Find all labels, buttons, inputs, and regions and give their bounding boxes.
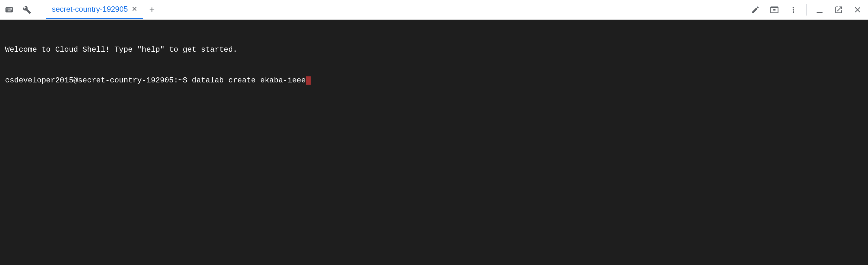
terminal-welcome-line: Welcome to Cloud Shell! Type "help" to g…: [5, 45, 863, 55]
tab-active[interactable]: secret-country-192905 ✕: [46, 0, 143, 19]
toolbar-left-group: secret-country-192905 ✕ +: [3, 0, 161, 19]
close-icon[interactable]: [851, 4, 864, 16]
cloud-shell-toolbar: secret-country-192905 ✕ +: [0, 0, 868, 20]
new-tab-button[interactable]: +: [143, 0, 161, 19]
toolbar-right-group: [749, 0, 864, 19]
web-preview-icon[interactable]: [768, 4, 780, 16]
toolbar-divider: [806, 4, 807, 16]
tab-label: secret-country-192905: [52, 5, 128, 14]
open-in-new-window-icon[interactable]: [833, 4, 845, 16]
keyboard-icon[interactable]: [3, 4, 15, 16]
more-vert-icon[interactable]: [787, 4, 799, 16]
terminal-command: datalab create ekaba-ieee: [192, 76, 306, 85]
prompt-sep: $: [183, 76, 187, 85]
plus-icon: +: [149, 4, 155, 15]
pencil-icon[interactable]: [749, 4, 762, 16]
terminal-cursor: [306, 76, 311, 85]
tab-strip: secret-country-192905 ✕ +: [46, 0, 161, 19]
prompt-host: secret-country-192905: [78, 76, 173, 85]
tab-close-icon[interactable]: ✕: [132, 6, 137, 13]
terminal-pane[interactable]: Welcome to Cloud Shell! Type "help" to g…: [0, 20, 868, 265]
prompt-user: csdeveloper2015: [5, 76, 73, 85]
wrench-icon[interactable]: [21, 4, 33, 16]
terminal-prompt-line: csdeveloper2015@secret-country-192905:~$…: [5, 75, 863, 86]
prompt-path: ~: [178, 76, 183, 85]
minimize-icon[interactable]: [814, 4, 826, 16]
